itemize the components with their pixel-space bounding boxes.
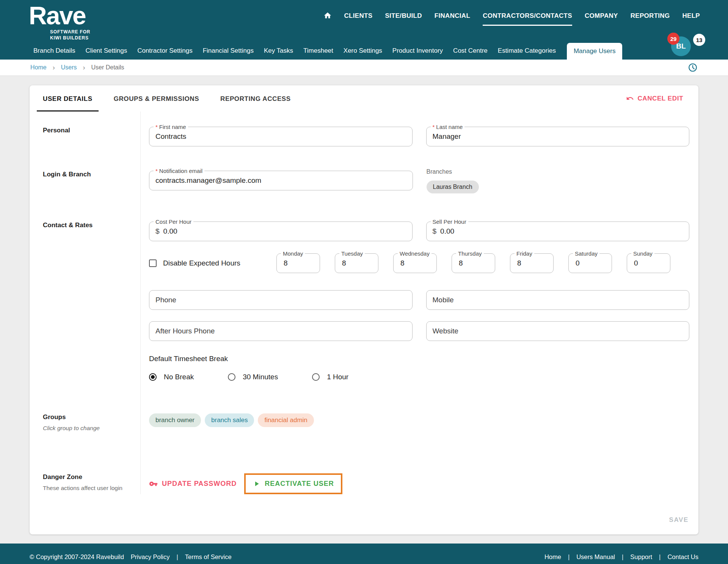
section-title-contact-rates: Contact & Rates: [43, 222, 140, 229]
mobile-input[interactable]: [427, 291, 689, 309]
group-chip-branch-sales[interactable]: branch sales: [205, 413, 254, 427]
subnav-branch-details[interactable]: Branch Details: [33, 47, 75, 60]
update-password-label: UPDATE PASSWORD: [162, 480, 237, 488]
cost-per-hour-field: Cost Per Hour $: [149, 222, 413, 241]
monday-hours-field: Monday: [276, 253, 320, 273]
footer-contact-us[interactable]: Contact Us: [667, 553, 698, 561]
nav-clients[interactable]: CLIENTS: [344, 12, 373, 26]
currency-symbol: $: [427, 227, 437, 236]
play-icon: [253, 480, 260, 488]
group-chips: branch owner branch sales financial admi…: [149, 413, 689, 427]
cancel-edit-button[interactable]: CANCEL EDIT: [626, 94, 683, 102]
save-row: SAVE: [30, 494, 698, 534]
notification-email-label: *Notification email: [154, 168, 204, 174]
cost-per-hour-label: Cost Per Hour: [154, 218, 193, 225]
nav-help[interactable]: HELP: [682, 12, 700, 26]
radio-no-break[interactable]: No Break: [149, 373, 194, 381]
footer-home[interactable]: Home: [544, 553, 561, 561]
phone-input[interactable]: [149, 291, 412, 309]
main-nav: CLIENTS SITE/BUILD FINANCIAL CONTRACTORS…: [323, 12, 700, 26]
sell-per-hour-input[interactable]: [436, 222, 689, 241]
cost-per-hour-input[interactable]: [160, 222, 412, 241]
sell-per-hour-label: Sell Per Hour: [431, 218, 468, 225]
subnav-timesheet[interactable]: Timesheet: [303, 47, 333, 60]
first-name-field: *First name: [149, 127, 413, 146]
subnav-manage-users[interactable]: Manage Users: [567, 43, 623, 60]
reactivate-user-button[interactable]: REACTIVATE USER: [253, 480, 334, 488]
radio-selected-icon: [149, 373, 157, 381]
clock-icon[interactable]: [688, 63, 698, 72]
notification-badge-white: 13: [693, 34, 705, 46]
last-name-field: *Last name: [426, 127, 690, 146]
breadcrumb-home[interactable]: Home: [30, 64, 47, 71]
nav-financial[interactable]: FINANCIAL: [435, 12, 470, 26]
rave-logo[interactable]: Rave SOFTWARE FOR KIWI BUILDERS: [29, 3, 93, 41]
subnav-key-tasks[interactable]: Key Tasks: [264, 47, 293, 60]
radio-1-hour[interactable]: 1 Hour: [312, 373, 348, 381]
nav-contractors-contacts[interactable]: CONTRACTORS/CONTACTS: [483, 12, 572, 26]
group-chip-branch-owner[interactable]: branch owner: [149, 413, 201, 427]
disable-expected-hours-checkbox[interactable]: Disable Expected Hours: [149, 259, 276, 267]
footer-terms-of-service[interactable]: Terms of Service: [185, 553, 232, 561]
subnav-contractor-settings[interactable]: Contractor Settings: [137, 47, 193, 60]
app-header: Rave SOFTWARE FOR KIWI BUILDERS CLIENTS …: [0, 0, 728, 60]
section-contact-rates: Contact & Rates Cost Per Hour $ Sell Per…: [30, 193, 698, 381]
last-name-label: *Last name: [431, 124, 465, 130]
subnav-xero-settings[interactable]: Xero Settings: [344, 47, 382, 60]
section-danger-zone: Danger Zone These actions affect user lo…: [30, 432, 698, 494]
section-title-danger-zone: Danger Zone: [43, 473, 140, 481]
app-footer: © Copyright 2007-2024 Ravebuild Privacy …: [0, 544, 728, 564]
breadcrumb-users[interactable]: Users: [61, 64, 77, 71]
copyright-text: © Copyright 2007-2024 Ravebuild: [30, 553, 124, 561]
saturday-hours-field: Saturday: [568, 253, 612, 273]
footer-users-manual[interactable]: Users Manual: [576, 553, 615, 561]
expected-hours-row: Disable Expected Hours Monday Tuesday We…: [149, 253, 689, 273]
chevron-right-icon: ›: [83, 64, 85, 72]
after-hours-phone-input[interactable]: [149, 322, 412, 341]
logo-wordmark: Rave: [29, 3, 93, 28]
user-avatar-cluster: 29 13 BL: [667, 33, 705, 57]
chevron-right-icon: ›: [53, 64, 55, 72]
required-asterisk: *: [433, 124, 435, 130]
reactivate-user-highlight: REACTIVATE USER: [244, 473, 342, 494]
friday-hours-field: Friday: [510, 253, 554, 273]
radio-icon: [312, 373, 320, 381]
subnav-financial-settings[interactable]: Financial Settings: [203, 47, 254, 60]
section-title-groups: Groups: [43, 413, 140, 421]
subnav-client-settings[interactable]: Client Settings: [86, 47, 127, 60]
breadcrumb: Home › Users › User Details: [0, 60, 728, 76]
footer-divider: |: [177, 553, 178, 561]
tabs-bar: USER DETAILS GROUPS & PERMISSIONS REPORT…: [30, 85, 698, 112]
mobile-field: [426, 290, 690, 310]
footer-privacy-policy[interactable]: Privacy Policy: [131, 553, 170, 561]
timesheet-break-options: No Break 30 Minutes 1 Hour: [149, 373, 689, 381]
subnav-estimate-categories[interactable]: Estimate Categories: [498, 47, 556, 60]
footer-support[interactable]: Support: [630, 553, 652, 561]
update-password-button[interactable]: UPDATE PASSWORD: [149, 479, 237, 488]
nav-reporting[interactable]: REPORTING: [631, 12, 670, 26]
last-name-input[interactable]: [427, 127, 689, 146]
footer-divider: |: [659, 553, 661, 561]
notification-badge-red: 29: [667, 33, 679, 45]
group-chip-financial-admin[interactable]: financial admin: [258, 413, 314, 427]
phone-field: [149, 290, 413, 310]
notification-email-field: *Notification email: [149, 171, 413, 190]
logo-tagline: SOFTWARE FOR KIWI BUILDERS: [50, 29, 93, 41]
nav-company[interactable]: COMPANY: [585, 12, 618, 26]
subnav-cost-centre[interactable]: Cost Centre: [453, 47, 488, 60]
radio-30-minutes[interactable]: 30 Minutes: [228, 373, 278, 381]
home-icon[interactable]: [323, 11, 332, 20]
tuesday-hours-field: Tuesday: [335, 253, 378, 273]
tab-reporting-access[interactable]: REPORTING ACCESS: [214, 85, 297, 112]
section-login-branch: Login & Branch *Notification email Branc…: [30, 146, 698, 193]
website-input[interactable]: [427, 322, 689, 341]
first-name-input[interactable]: [149, 127, 412, 146]
branches-block: Branches Lauras Branch: [427, 171, 690, 193]
tab-user-details[interactable]: USER DETAILS: [37, 85, 99, 112]
tab-groups-permissions[interactable]: GROUPS & PERMISSIONS: [108, 85, 205, 112]
nav-site-build[interactable]: SITE/BUILD: [385, 12, 422, 26]
save-button[interactable]: SAVE: [669, 516, 689, 524]
subnav-product-inventory[interactable]: Product Inventory: [392, 47, 443, 60]
key-icon: [149, 479, 158, 488]
weekday-hours-group: Monday Tuesday Wednesday Thursday: [276, 253, 689, 273]
